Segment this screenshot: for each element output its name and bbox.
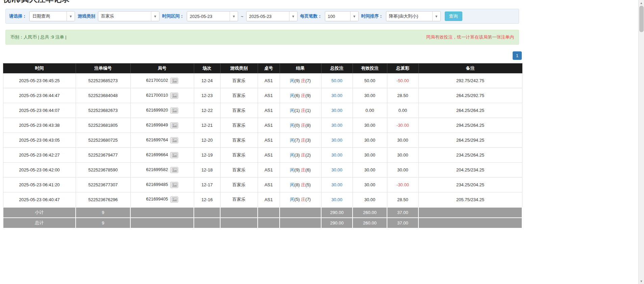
cell-result: 闲(9) 庄(6) <box>280 163 321 178</box>
chevron-down-icon[interactable]: ▼ <box>151 11 159 21</box>
cell-round-id: 621700102 <box>130 73 194 88</box>
round-replay-icon[interactable] <box>170 93 178 99</box>
result-player-num: (1) <box>294 108 300 113</box>
cell-remark: 204.25/234.25 <box>418 163 522 178</box>
cell-table-no: AS1 <box>258 133 280 148</box>
table-body: 2025-05-23 06:45:25 522523685273 6217001… <box>3 73 522 207</box>
result-player-label: 闲 <box>290 78 294 83</box>
total-bet-link[interactable]: 30.00 <box>331 123 342 128</box>
round-replay-icon[interactable] <box>170 182 178 188</box>
result-player-num: (7) <box>294 138 300 143</box>
scrollbar-thumb[interactable] <box>639 6 644 32</box>
round-id-text: 621700102 <box>146 78 168 83</box>
cell-total-bet: 30.00 <box>321 192 353 207</box>
chevron-down-icon[interactable]: ▼ <box>289 11 297 21</box>
result-player-num: (8) <box>294 182 300 187</box>
total-bet-link[interactable]: 30.00 <box>331 152 342 158</box>
cell-total-bet: 30.00 <box>321 178 353 192</box>
cell-payout: 28.50 <box>387 88 418 103</box>
round-id-text: 621699764 <box>146 137 168 142</box>
cell-time: 2025-05-23 06:40:47 <box>3 192 76 207</box>
total-total-bet: 290.00 <box>321 218 353 228</box>
page-size-select[interactable]: 100 ▼ <box>325 11 359 21</box>
round-replay-icon[interactable] <box>170 152 178 158</box>
game-type-value: 百家乐 <box>98 11 151 21</box>
date-to-select[interactable]: 2025-05-23 ▼ <box>246 11 298 21</box>
round-replay-icon[interactable] <box>170 196 178 203</box>
game-type-label: 游戏类别 <box>78 13 95 19</box>
total-bet-link[interactable]: 30.00 <box>331 167 342 172</box>
cell-game-type: 百家乐 <box>220 133 258 148</box>
pagination-page-1[interactable]: 1 <box>513 51 522 60</box>
round-replay-icon[interactable] <box>170 122 178 128</box>
page-title-clipped: 视讯/真人注单记录 <box>3 0 524 3</box>
cell-result: 闲(1) 庄(1) <box>280 103 321 118</box>
game-type-select[interactable]: 百家乐 ▼ <box>98 11 159 21</box>
table-row: 2025-05-23 06:40:47 522523676296 6216994… <box>3 192 522 207</box>
cell-bet-id: 522523685273 <box>76 73 130 88</box>
total-bet-link[interactable]: 50.00 <box>331 78 342 83</box>
cell-game-type: 百家乐 <box>220 163 258 178</box>
round-replay-icon[interactable] <box>170 137 178 143</box>
query-button[interactable]: 查询 <box>445 11 462 21</box>
cell-round-id: 621699405 <box>130 192 194 207</box>
result-player-num: (0) <box>294 123 300 128</box>
cell-table-no: AS1 <box>258 73 280 88</box>
subtotal-valid-bet: 260.00 <box>353 207 387 218</box>
cell-result: 闲(7) 庄(3) <box>280 133 321 148</box>
cell-session: 12-23 <box>194 88 220 103</box>
round-replay-icon[interactable] <box>170 78 178 84</box>
cell-table-no: AS1 <box>258 178 280 192</box>
table-row: 2025-05-23 06:44:47 522523684048 6217000… <box>3 88 522 103</box>
cell-bet-id: 522523681805 <box>76 118 130 133</box>
filter-bar: 请选择： 日期查询 ▼ 游戏类别 百家乐 ▼ 时间区间： 2025-05-23 … <box>5 9 519 24</box>
cell-bet-id: 522523684048 <box>76 88 130 103</box>
chevron-down-icon[interactable]: ▼ <box>432 11 440 21</box>
round-replay-icon[interactable] <box>170 108 178 114</box>
result-player-label: 闲 <box>290 197 294 202</box>
cell-payout: -30.00 <box>387 118 418 133</box>
header-payout: 总派彩 <box>387 64 418 73</box>
cell-time: 2025-05-23 06:43:05 <box>3 133 76 148</box>
chevron-down-icon[interactable]: ▼ <box>67 11 75 21</box>
total-bet-link[interactable]: 30.00 <box>331 197 342 202</box>
time-sort-value: 降幂(由大到小) <box>386 11 432 21</box>
cell-bet-id: 522523677307 <box>76 178 130 192</box>
total-bet-link[interactable]: 30.00 <box>331 138 342 143</box>
round-id-text: 621700010 <box>146 93 168 98</box>
cell-game-type: 百家乐 <box>220 148 258 163</box>
scroll-up-icon[interactable]: ▲ <box>639 0 644 6</box>
page-size-label: 每页笔数： <box>300 13 322 19</box>
header-bet-id: 注单编号 <box>76 64 130 73</box>
cell-total-bet: 30.00 <box>321 118 353 133</box>
cell-game-type: 百家乐 <box>220 118 258 133</box>
round-replay-icon[interactable] <box>170 167 178 173</box>
cell-table-no: AS1 <box>258 192 280 207</box>
result-banker-num: (5) <box>305 182 311 187</box>
cell-remark: 234.25/204.25 <box>418 178 522 192</box>
time-sort-select[interactable]: 降幂(由大到小) ▼ <box>386 11 441 21</box>
query-type-select[interactable]: 日期查询 ▼ <box>29 11 75 21</box>
cell-remark: 264.25/264.25 <box>418 103 522 118</box>
scroll-down-icon[interactable]: ▼ <box>639 278 644 284</box>
date-from-select[interactable]: 2025-05-23 ▼ <box>187 11 238 21</box>
total-bet-link[interactable]: 30.00 <box>331 182 342 187</box>
cell-total-bet: 30.00 <box>321 133 353 148</box>
total-bet-link[interactable]: 30.00 <box>331 93 342 98</box>
chevron-down-icon[interactable]: ▼ <box>350 11 358 21</box>
total-bet-link[interactable]: 30.00 <box>331 108 342 113</box>
date-range-separator: ~ <box>241 14 243 19</box>
page-title: 视讯/真人注单记录 <box>3 0 524 3</box>
round-id-text: 621699582 <box>146 167 168 172</box>
result-player-num: (9) <box>294 167 300 172</box>
vertical-scrollbar[interactable]: ▲ ▼ <box>638 0 644 284</box>
cell-table-no: AS1 <box>258 118 280 133</box>
cell-time: 2025-05-23 06:42:00 <box>3 163 76 178</box>
result-banker-num: (7) <box>305 78 311 83</box>
cell-game-type: 百家乐 <box>220 192 258 207</box>
table-row: 2025-05-23 06:42:27 522523679477 6216996… <box>3 148 522 163</box>
chevron-down-icon[interactable]: ▼ <box>230 11 238 21</box>
result-banker-label: 庄 <box>301 108 305 113</box>
cell-game-type: 百家乐 <box>220 88 258 103</box>
cell-valid-bet: 30.00 <box>353 148 387 163</box>
